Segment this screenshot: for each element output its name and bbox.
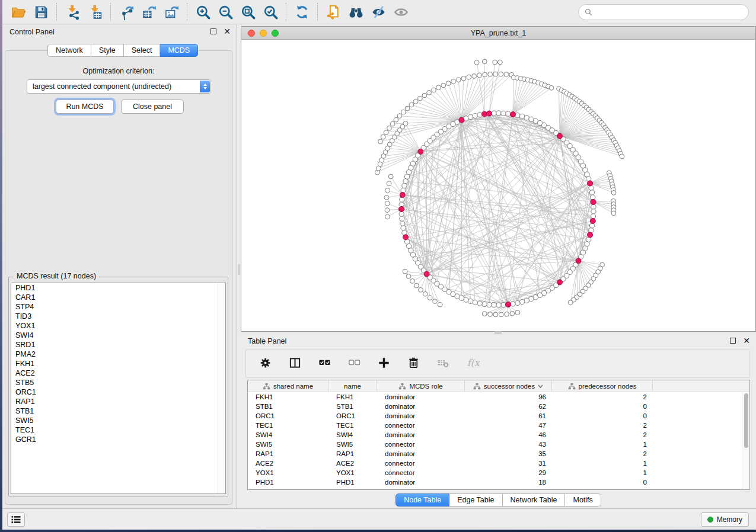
mcds-node-item[interactable]: PHD1 — [11, 283, 225, 293]
tab-select[interactable]: Select — [124, 44, 161, 57]
tab-node-table[interactable]: Node Table — [395, 493, 449, 507]
table-row[interactable]: PHD1PHD1dominator180 — [248, 477, 749, 487]
export-network-button[interactable] — [115, 2, 138, 22]
table-row[interactable]: ACE2ACE2connector311 — [248, 459, 749, 468]
network-canvas[interactable] — [241, 40, 755, 331]
import-network-button[interactable] — [61, 2, 84, 22]
table-cell: PHD1 — [248, 477, 328, 487]
table-scrollbar[interactable] — [742, 392, 749, 489]
table-row[interactable]: SWI4SWI4dominator462 — [248, 430, 749, 440]
table-panel-title: Table Panel — [248, 337, 286, 345]
table-cell: 1 — [552, 440, 653, 449]
delete-column-button[interactable] — [407, 356, 420, 372]
mcds-list-scrollbar[interactable] — [218, 283, 225, 493]
mcds-node-item[interactable]: SWI4 — [11, 331, 225, 340]
vertical-splitter[interactable] — [238, 264, 240, 275]
table-row[interactable]: STB1STB1dominator620 — [248, 402, 749, 411]
search-network-icon — [348, 4, 364, 20]
table-row[interactable]: ORC1ORC1dominator610 — [248, 411, 749, 421]
select-spinner-icon — [200, 81, 210, 92]
search-input[interactable] — [596, 8, 742, 17]
float-panel-icon[interactable] — [210, 28, 216, 34]
close-panel-button[interactable]: Close panel — [121, 100, 184, 114]
tab-edge-table[interactable]: Edge Table — [449, 493, 502, 507]
svg-text:f(x): f(x) — [467, 357, 480, 368]
table-cell: YOX1 — [328, 468, 377, 477]
mcds-node-item[interactable]: ORC1 — [11, 387, 225, 397]
add-column-icon — [377, 356, 391, 370]
mcds-node-item[interactable]: RAP1 — [11, 397, 225, 406]
table-row[interactable]: FKH1FKH1dominator962 — [248, 392, 749, 402]
column-type-icon — [568, 383, 576, 390]
tab-style[interactable]: Style — [91, 44, 124, 57]
column-header-shared-name[interactable]: shared name — [248, 380, 328, 392]
mcds-node-item[interactable]: GCR1 — [11, 435, 225, 444]
table-panel: Table Panel ✕ f(x) shared namenameMCDS r… — [241, 334, 756, 508]
control-panel-title: Control Panel — [9, 28, 55, 36]
mcds-node-item[interactable]: STB5 — [11, 378, 225, 387]
select-all-button[interactable] — [318, 356, 331, 372]
mcds-node-item[interactable]: CAR1 — [11, 293, 225, 302]
split-view-button[interactable] — [288, 356, 302, 372]
run-mcds-button[interactable]: Run MCDS — [56, 100, 114, 114]
table-cell: STB1 — [328, 402, 377, 411]
table-row[interactable]: SWI5SWI5connector431 — [248, 440, 749, 449]
close-table-panel-icon[interactable]: ✕ — [743, 337, 750, 344]
tab-mcds[interactable]: MCDS — [160, 44, 198, 57]
mcds-result-list[interactable]: PHD1CAR1STP4TID3YOX1SWI4SRD1PMA2FKH1ACE2… — [11, 283, 226, 494]
column-header-MCDS-role[interactable]: MCDS role — [377, 380, 465, 392]
table-cell: 46 — [465, 430, 552, 440]
zoom-out-button[interactable] — [214, 2, 237, 22]
search-box[interactable] — [578, 4, 749, 20]
add-column-button[interactable] — [377, 356, 391, 372]
sort-desc-icon — [538, 384, 543, 388]
close-panel-icon[interactable]: ✕ — [224, 28, 231, 35]
hide-panel-icon — [371, 4, 387, 20]
zoom-fit-button[interactable] — [237, 2, 259, 22]
refresh-view-button[interactable] — [291, 2, 313, 22]
tab-network[interactable]: Network — [47, 44, 91, 57]
tab-motifs[interactable]: Motifs — [565, 493, 601, 507]
column-type-icon — [263, 383, 270, 390]
mcds-node-item[interactable]: SRD1 — [11, 340, 225, 350]
mcds-node-item[interactable]: TEC1 — [11, 425, 225, 435]
mcds-node-item[interactable]: PMA2 — [11, 350, 225, 359]
mcds-node-item[interactable]: FKH1 — [11, 359, 225, 368]
search-network-button[interactable] — [344, 2, 367, 22]
criterion-selected-value: largest connected component (undirected) — [33, 82, 171, 91]
table-scrollbar-thumb[interactable] — [744, 393, 748, 448]
float-table-panel-icon[interactable] — [730, 338, 736, 344]
zoom-selected-button[interactable] — [259, 2, 282, 22]
column-header-name[interactable]: name — [328, 380, 377, 392]
task-history-button[interactable] — [7, 512, 25, 527]
table-settings-button[interactable] — [259, 356, 272, 372]
table-row[interactable]: RAP1RAP1dominator352 — [248, 449, 749, 459]
mcds-node-item[interactable]: TID3 — [11, 312, 225, 321]
zoom-in-button[interactable] — [192, 2, 214, 22]
column-header-successor-nodes[interactable]: successor nodes — [465, 380, 552, 392]
hide-panel-button[interactable] — [367, 2, 390, 22]
deselect-all-button[interactable] — [347, 356, 361, 372]
share-document-button[interactable] — [322, 2, 344, 22]
column-header-predecessor-nodes[interactable]: predecessor nodes — [552, 380, 653, 392]
export-image-button[interactable] — [160, 2, 183, 22]
import-table-button[interactable] — [84, 2, 106, 22]
export-table-button[interactable] — [138, 2, 160, 22]
memory-button[interactable]: Memory — [701, 512, 749, 527]
mcds-node-item[interactable]: ACE2 — [11, 368, 225, 378]
table-row[interactable]: TEC1TEC1connector472 — [248, 421, 749, 430]
open-session-button[interactable] — [7, 2, 30, 22]
mcds-node-item[interactable]: STP4 — [11, 302, 225, 312]
table-row[interactable]: YOX1YOX1connector291 — [248, 468, 749, 477]
mcds-node-item[interactable]: SWI5 — [11, 416, 225, 425]
mcds-node-item[interactable]: YOX1 — [11, 321, 225, 331]
tab-network-table[interactable]: Network Table — [503, 493, 566, 507]
split-view-icon — [288, 356, 302, 370]
criterion-select[interactable]: largest connected component (undirected) — [27, 79, 211, 94]
network-graph[interactable] — [241, 40, 754, 332]
table-cell: RAP1 — [328, 449, 377, 459]
mcds-node-item[interactable]: STB1 — [11, 406, 225, 416]
table-cell: 96 — [465, 392, 552, 402]
save-session-button[interactable] — [30, 2, 52, 22]
table-cell: 1 — [552, 468, 653, 477]
